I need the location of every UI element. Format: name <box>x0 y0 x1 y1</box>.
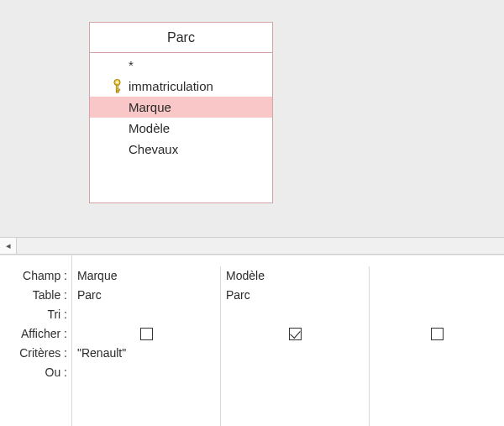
field-list: *immatriculationMarqueModèleChevaux <box>90 53 272 161</box>
cell-ou[interactable] <box>221 363 369 382</box>
label-champ: Champ : <box>0 266 71 286</box>
scroll-left-button[interactable]: ◂ <box>0 238 17 254</box>
svg-rect-4 <box>116 91 118 92</box>
scroll-track[interactable] <box>17 238 504 254</box>
field-label: * <box>125 58 134 72</box>
label-afficher: Afficher : <box>0 324 71 344</box>
svg-rect-3 <box>116 89 120 91</box>
cell-criteres[interactable] <box>221 344 369 363</box>
field-row[interactable]: immatriculation <box>90 76 272 97</box>
field-row[interactable]: Chevaux <box>90 139 272 160</box>
query-design-grid: Champ : Table : Tri : Afficher : Critère… <box>0 255 504 426</box>
field-label: Marque <box>125 100 171 114</box>
label-tri: Tri : <box>0 305 71 324</box>
grid-column: MarqueParc"Renault" <box>72 266 221 426</box>
cell-ou[interactable] <box>72 363 220 382</box>
field-label: immatriculation <box>125 79 213 93</box>
label-criteres: Critères : <box>0 344 71 363</box>
cell-tri[interactable] <box>370 305 504 324</box>
grid-column <box>370 266 504 426</box>
cell-table[interactable] <box>370 286 504 305</box>
show-checkbox[interactable] <box>289 328 302 340</box>
cell-criteres[interactable] <box>370 344 504 363</box>
cell-table[interactable]: Parc <box>72 286 220 305</box>
label-ou: Ou : <box>0 363 71 382</box>
field-row[interactable]: * <box>90 55 272 76</box>
cell-criteres[interactable]: "Renault" <box>72 344 220 363</box>
cell-champ[interactable]: Modèle <box>221 266 369 286</box>
field-row[interactable]: Marque <box>90 97 272 118</box>
primary-key-icon-slot <box>108 78 125 95</box>
cell-table[interactable]: Parc <box>221 286 369 305</box>
cell-afficher[interactable] <box>72 324 220 344</box>
table-title[interactable]: Parc <box>90 23 272 53</box>
grid-row-labels: Champ : Table : Tri : Afficher : Critère… <box>0 255 71 426</box>
cell-afficher[interactable] <box>221 324 369 344</box>
field-label: Modèle <box>125 121 170 135</box>
grid-columns: MarqueParc"Renault"ModèleParc <box>71 255 504 426</box>
label-table: Table : <box>0 286 71 305</box>
relationship-diagram-pane[interactable]: Parc *immatriculationMarqueModèleChevaux <box>0 0 504 237</box>
cell-tri[interactable] <box>221 305 369 324</box>
grid-column: ModèleParc <box>221 266 370 426</box>
primary-key-icon <box>113 78 122 95</box>
horizontal-scrollbar[interactable]: ◂ <box>0 237 504 255</box>
show-checkbox[interactable] <box>431 328 444 340</box>
cell-tri[interactable] <box>72 305 220 324</box>
field-row[interactable]: Modèle <box>90 118 272 139</box>
svg-point-1 <box>116 81 118 83</box>
field-label: Chevaux <box>125 142 178 156</box>
show-checkbox[interactable] <box>140 328 153 340</box>
cell-champ[interactable] <box>370 266 504 286</box>
cell-ou[interactable] <box>370 363 504 382</box>
cell-afficher[interactable] <box>370 324 504 344</box>
table-box-parc[interactable]: Parc *immatriculationMarqueModèleChevaux <box>89 22 273 203</box>
cell-champ[interactable]: Marque <box>72 266 220 286</box>
